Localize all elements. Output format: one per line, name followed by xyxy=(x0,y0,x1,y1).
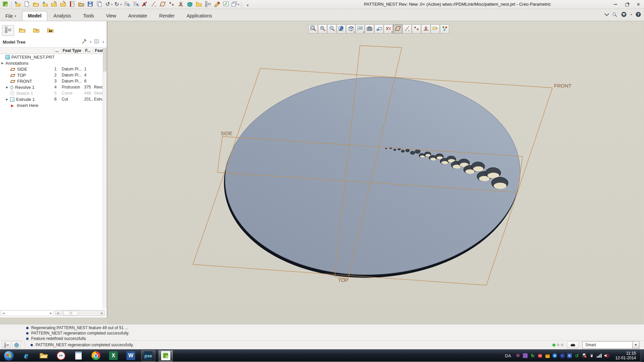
erase-annotation-button[interactable]: A xyxy=(141,1,149,8)
plane-display-button[interactable] xyxy=(159,1,167,8)
open-recent-button[interactable] xyxy=(41,1,49,8)
tree-column-header[interactable]: ...Feat TypeF...Feat xyxy=(0,47,103,54)
undo-button[interactable]: ↺▾ xyxy=(104,1,112,8)
axis-display-button[interactable] xyxy=(150,1,158,8)
feature-list-button[interactable] xyxy=(204,1,212,8)
filter-dropdown-arrow[interactable]: ▼ xyxy=(633,341,639,349)
taskbar-creo-parametric[interactable] xyxy=(159,350,173,361)
tab-applications[interactable]: Applications xyxy=(181,11,218,21)
tree-horizontal-scrollbar[interactable]: ◀ ▶ xyxy=(1,310,54,316)
scrollbar-thumb[interactable] xyxy=(103,48,106,71)
toggle-browser-button[interactable] xyxy=(12,341,21,349)
annotation-display-button[interactable] xyxy=(431,24,440,34)
tab-analysis[interactable]: Analysis xyxy=(48,11,77,21)
tree-row[interactable]: PATTERN_NEST.PRT xyxy=(0,54,103,60)
session-manager-button[interactable] xyxy=(68,1,76,8)
capture-image-button[interactable] xyxy=(365,24,374,34)
refit-button[interactable] xyxy=(309,24,318,34)
repaint-button[interactable] xyxy=(337,24,346,34)
tray-bluetooth-icon[interactable]: B xyxy=(552,353,558,359)
chevron-down-icon[interactable]: ▾ xyxy=(111,3,113,6)
chevron-down-icon[interactable]: ▾ xyxy=(238,3,239,6)
tray-network-signal-icon[interactable] xyxy=(596,353,602,359)
customize-toolbar-button[interactable]: ▾ xyxy=(244,1,252,8)
column-header[interactable]: ... xyxy=(54,48,60,54)
tray-clipboard-scissors-icon[interactable]: N xyxy=(515,353,521,359)
saved-orientations-button[interactable]: AB▾ xyxy=(356,24,365,34)
copy-button[interactable] xyxy=(95,1,103,8)
chevron-down-icon[interactable]: ▾ xyxy=(363,31,364,34)
open-file-button[interactable] xyxy=(32,1,40,8)
expand-arrow-icon[interactable]: ▶ xyxy=(6,86,10,89)
3d-viewport[interactable]: FRONT SIDE TOP ▾AB▾▾ xyxy=(107,21,643,324)
save-button[interactable] xyxy=(86,1,94,8)
tree-row[interactable]: FRONT3Datum Pl...6 xyxy=(0,78,103,84)
show-desktop-button[interactable] xyxy=(641,350,644,362)
column-header[interactable]: F... xyxy=(84,48,93,54)
tab-view[interactable]: View xyxy=(100,11,122,21)
expand-arrow-icon[interactable]: ▶ xyxy=(6,98,10,101)
chevron-down-icon[interactable]: ▾ xyxy=(90,41,91,44)
minimize-button[interactable] xyxy=(611,1,620,7)
csys-display-button[interactable] xyxy=(421,24,430,34)
tray-system-key-icon[interactable]: K xyxy=(567,353,573,359)
tray-network-monitor-icon[interactable]: ~ xyxy=(559,353,565,359)
toggle-model-tree-button[interactable] xyxy=(2,341,11,349)
scrollbar-thumb[interactable] xyxy=(63,311,78,315)
datum-display-filters-button[interactable]: ▾ xyxy=(384,24,393,34)
close-button[interactable]: × xyxy=(634,1,643,7)
zoom-in-button[interactable] xyxy=(318,24,327,34)
new-file-button[interactable] xyxy=(23,1,31,8)
chevron-down-icon[interactable]: ▾ xyxy=(354,31,355,34)
taskbar-photoshop-elements[interactable]: pse xyxy=(141,350,155,361)
help-button[interactable]: ? xyxy=(635,11,641,17)
taskbar-snipping-tool[interactable]: ✂ xyxy=(54,350,68,361)
csys-display-button[interactable] xyxy=(177,1,185,8)
search-button[interactable] xyxy=(612,12,618,17)
expand-arrow-icon[interactable]: ▶ xyxy=(1,62,5,65)
default-orientation-button[interactable] xyxy=(186,1,194,8)
column-header[interactable]: Feat Type xyxy=(61,48,82,54)
open-session-button[interactable] xyxy=(14,1,22,8)
spin-center-button[interactable] xyxy=(440,24,449,34)
chevron-down-icon[interactable]: ▾ xyxy=(391,31,392,34)
taskbar-notepad[interactable] xyxy=(71,350,86,361)
scroll-right-arrow[interactable]: ▶ xyxy=(100,312,104,315)
tree-vertical-scrollbar[interactable] xyxy=(103,47,107,309)
point-display-button[interactable] xyxy=(168,1,176,8)
scroll-right-arrow[interactable]: ▶ xyxy=(49,312,53,315)
language-indicator[interactable]: DA xyxy=(503,353,513,358)
tree-row[interactable]: TOP2Datum Pl...4 xyxy=(0,72,103,78)
favorites-tab[interactable]: * xyxy=(30,25,42,36)
tree-row[interactable]: ▶Annotations xyxy=(0,60,103,66)
regenerate-button[interactable]: ↻ xyxy=(122,1,130,8)
tray-volume-muted-icon[interactable] xyxy=(604,353,609,359)
taskbar-internet-explorer[interactable]: e xyxy=(19,350,33,361)
tab-tools[interactable]: Tools xyxy=(77,11,100,21)
window-arrange-button[interactable]: ▾ xyxy=(231,1,239,8)
view-normal-button[interactable] xyxy=(374,24,383,34)
taskbar-start[interactable] xyxy=(2,350,16,361)
taskbar-clock[interactable]: 11:15 12-01-2014 xyxy=(611,351,639,360)
tray-media-manager-icon[interactable] xyxy=(523,353,528,359)
save-a-copy-button[interactable] xyxy=(50,1,58,8)
audit-check-button[interactable]: ✓ xyxy=(222,1,230,8)
close-window-button[interactable] xyxy=(77,1,85,8)
chevron-down-icon[interactable]: ▾ xyxy=(120,3,122,6)
tray-sync-icon[interactable]: ↻ xyxy=(530,353,536,359)
sketch-tool-button[interactable] xyxy=(213,1,221,8)
tab-render[interactable]: Render xyxy=(154,11,180,21)
columns-horizontal-scrollbar[interactable]: ◀ ▶ xyxy=(55,310,105,316)
model-tree-tab[interactable] xyxy=(2,25,14,36)
redo-button[interactable]: ↻▾ xyxy=(113,1,121,8)
tray-v2-security-icon[interactable]: V2 xyxy=(537,353,543,359)
selection-filter-dropdown[interactable]: Smart xyxy=(582,341,633,349)
tray-software-update-icon[interactable]: ↺ xyxy=(574,353,580,359)
regenerate-options-button[interactable]: ↻ xyxy=(131,1,140,8)
chevron-down-icon[interactable]: ▾ xyxy=(103,41,104,44)
backup-button[interactable] xyxy=(59,1,67,8)
tree-row[interactable]: ▶Revolve 14Protrusion375Revol xyxy=(0,84,103,90)
taskbar-windows-explorer[interactable] xyxy=(37,350,51,361)
tray-action-center-icon[interactable] xyxy=(582,353,587,359)
axis-display-button[interactable] xyxy=(402,24,412,34)
